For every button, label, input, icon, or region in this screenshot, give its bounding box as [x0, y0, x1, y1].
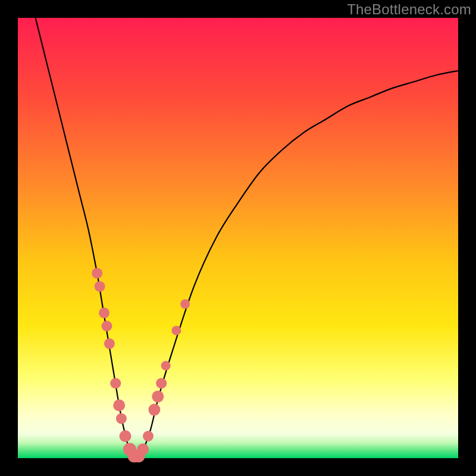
data-marker [171, 325, 181, 335]
data-marker [137, 443, 149, 455]
chart-frame: TheBottleneck.com [0, 0, 476, 476]
plot-background [18, 18, 458, 458]
data-marker [113, 399, 125, 411]
data-marker [156, 378, 167, 389]
data-marker [95, 281, 105, 292]
data-marker [180, 299, 190, 309]
data-marker [152, 390, 164, 402]
data-marker [120, 430, 131, 442]
data-marker [116, 413, 127, 424]
watermark-text: TheBottleneck.com [347, 1, 471, 18]
data-marker [148, 404, 160, 416]
data-marker [110, 378, 121, 389]
data-marker [101, 321, 112, 331]
bottleneck-chart [0, 0, 476, 476]
data-marker [92, 268, 102, 278]
data-marker [99, 308, 109, 318]
data-marker [104, 339, 115, 349]
data-marker [143, 431, 154, 441]
data-marker [161, 361, 171, 371]
